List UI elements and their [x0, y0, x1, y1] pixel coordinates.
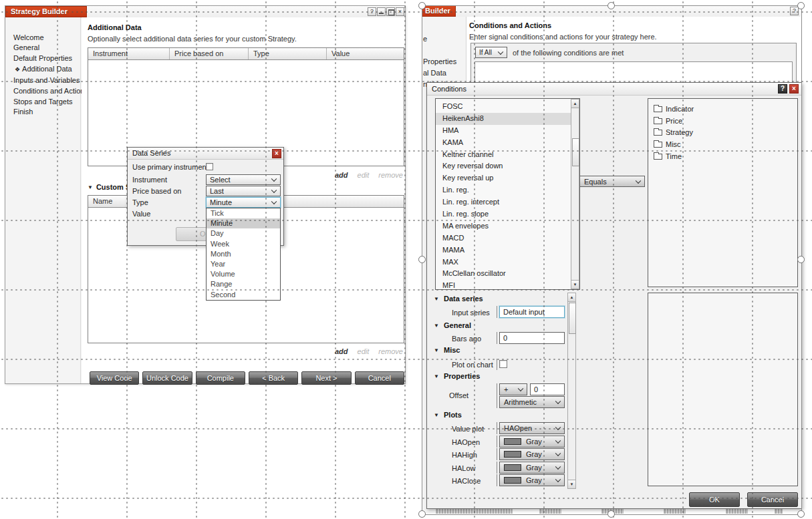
- selection-handle[interactable]: [797, 256, 805, 263]
- sidebar-item-conditions-actions[interactable]: Conditions and Actions: [5, 86, 80, 96]
- type-option-selected[interactable]: Minute: [207, 218, 280, 228]
- selection-handle[interactable]: [418, 2, 426, 9]
- sidebar-fragment[interactable]: e: [423, 35, 427, 43]
- list-item[interactable]: Lin. reg. slope: [436, 208, 571, 220]
- view-code-button[interactable]: View Code: [90, 371, 139, 385]
- scroll-down-icon[interactable]: ▼: [571, 280, 579, 289]
- tree-item-indicator[interactable]: Indicator: [648, 104, 797, 116]
- sidebar-item-welcome[interactable]: Welcome: [5, 33, 80, 43]
- edit-link[interactable]: edit: [358, 347, 370, 355]
- type-option[interactable]: Year: [207, 259, 280, 269]
- input-series-field[interactable]: Default input: [499, 306, 565, 318]
- offset-value-field[interactable]: 0: [530, 383, 565, 395]
- collapse-icon[interactable]: ▼: [434, 412, 439, 418]
- next-button[interactable]: Next >: [301, 371, 351, 385]
- selection-handle[interactable]: [797, 2, 805, 9]
- sidebar-item-inputs-variables[interactable]: Inputs and Variables: [5, 75, 80, 86]
- maximize-button[interactable]: [386, 7, 395, 16]
- list-item[interactable]: KAMA: [436, 137, 571, 149]
- halow-color-select[interactable]: Gray: [499, 462, 565, 474]
- cancel-button[interactable]: Cancel: [355, 371, 404, 385]
- type-option[interactable]: Month: [207, 249, 280, 259]
- sidebar-item-finish[interactable]: Finish: [5, 107, 80, 117]
- property-grid-scrollbar[interactable]: ▲ ▼: [567, 293, 576, 489]
- close-icon[interactable]: ×: [789, 84, 799, 94]
- tree-item-time[interactable]: Time: [648, 151, 797, 163]
- category-tree[interactable]: Indicator Price Strategy Misc Time: [648, 98, 798, 287]
- haclose-color-select[interactable]: Gray: [499, 474, 565, 486]
- add-link[interactable]: add: [335, 171, 348, 179]
- compile-button[interactable]: Compile: [196, 371, 245, 385]
- type-option[interactable]: Range: [207, 279, 280, 289]
- type-select[interactable]: Minute: [206, 197, 281, 208]
- collapse-icon[interactable]: ▼: [434, 373, 439, 379]
- section-data-series[interactable]: Data series: [444, 295, 483, 303]
- type-option[interactable]: Week: [207, 239, 280, 249]
- collapse-icon[interactable]: ▼: [434, 347, 439, 353]
- titlebar[interactable]: Strategy Builder ? ×: [5, 6, 405, 18]
- collapse-icon[interactable]: ▼: [434, 323, 439, 329]
- list-item-selected[interactable]: HeikenAshi8: [436, 113, 571, 125]
- list-item[interactable]: McClellan oscillator: [436, 268, 571, 280]
- collapse-icon[interactable]: ▼: [434, 296, 439, 302]
- list-item[interactable]: Lin. reg. intercept: [436, 196, 571, 208]
- list-item[interactable]: Lin. reg.: [436, 184, 571, 196]
- offset-mode-select[interactable]: Arithmetic: [499, 396, 565, 408]
- sidebar-fragment[interactable]: Properties: [423, 57, 456, 65]
- unlock-code-button[interactable]: Unlock Code: [142, 371, 192, 385]
- use-primary-checkbox[interactable]: [206, 163, 213, 170]
- cancel-button[interactable]: Cancel: [747, 492, 798, 507]
- list-item[interactable]: FOSC: [436, 101, 571, 113]
- tree-item-price[interactable]: Price: [648, 116, 797, 128]
- instrument-select[interactable]: Select: [206, 174, 281, 185]
- value-plot-select[interactable]: HAOpen: [499, 422, 565, 434]
- type-option[interactable]: Tick: [207, 208, 280, 218]
- list-item[interactable]: MA envelopes: [436, 220, 571, 232]
- list-item[interactable]: Keltner channel: [436, 149, 571, 161]
- hahigh-color-select[interactable]: Gray: [499, 448, 565, 460]
- scroll-up-icon[interactable]: ▲: [568, 293, 575, 302]
- section-properties[interactable]: Properties: [444, 372, 480, 380]
- offset-sign-select[interactable]: +: [499, 383, 527, 395]
- list-item[interactable]: HMA: [436, 125, 571, 137]
- price-based-on-select[interactable]: Last: [206, 186, 281, 196]
- type-dropdown-list[interactable]: Tick Minute Day Week Month Year Volume R…: [206, 208, 281, 301]
- list-item[interactable]: Key reversal down: [436, 160, 571, 172]
- indicator-list[interactable]: FOSC HeikenAshi8 HMA KAMA Keltner channe…: [435, 98, 580, 290]
- help-button[interactable]: ?: [790, 7, 799, 15]
- selection-handle[interactable]: [418, 256, 426, 263]
- sidebar-item-default-properties[interactable]: Default Properties: [5, 53, 80, 63]
- sidebar-fragment[interactable]: al Data: [423, 69, 446, 77]
- close-button[interactable]: ×: [396, 7, 404, 16]
- dialog-titlebar[interactable]: Conditions ? ×: [427, 83, 801, 96]
- list-item[interactable]: MAMA: [436, 244, 571, 256]
- add-link[interactable]: add: [335, 347, 348, 355]
- dialog-titlebar[interactable]: Data Series ×: [128, 148, 283, 160]
- tree-item-misc[interactable]: Misc: [648, 139, 797, 151]
- help-button[interactable]: ?: [368, 7, 376, 16]
- selection-handle[interactable]: [797, 510, 805, 518]
- scroll-up-icon[interactable]: ▲: [571, 100, 579, 108]
- list-item[interactable]: Key reversal up: [436, 172, 571, 184]
- if-all-select[interactable]: If All: [475, 47, 507, 58]
- scroll-thumb[interactable]: [569, 303, 576, 334]
- haopen-color-select[interactable]: Gray: [499, 436, 565, 448]
- close-icon[interactable]: ×: [272, 149, 281, 158]
- operator-select[interactable]: Equals: [579, 176, 645, 187]
- back-button[interactable]: < Back: [249, 371, 298, 385]
- ok-button[interactable]: OK: [689, 492, 740, 507]
- list-scrollbar[interactable]: ▲ ▼: [571, 99, 579, 289]
- bars-ago-field[interactable]: 0: [499, 332, 565, 344]
- scroll-thumb[interactable]: [572, 138, 579, 166]
- minimize-button[interactable]: [377, 7, 386, 16]
- type-option[interactable]: Volume: [207, 269, 280, 279]
- selection-handle[interactable]: [607, 2, 615, 9]
- list-item[interactable]: MACD: [436, 232, 571, 244]
- list-item[interactable]: MFI: [436, 280, 571, 290]
- sidebar-item-additional-data[interactable]: ❖Additional Data: [5, 63, 80, 75]
- list-item[interactable]: MAX: [436, 256, 571, 269]
- section-misc[interactable]: Misc: [444, 346, 460, 354]
- sidebar-item-stops-targets[interactable]: Stops and Targets: [5, 97, 80, 107]
- type-option[interactable]: Day: [207, 228, 280, 238]
- edit-link[interactable]: edit: [358, 171, 370, 179]
